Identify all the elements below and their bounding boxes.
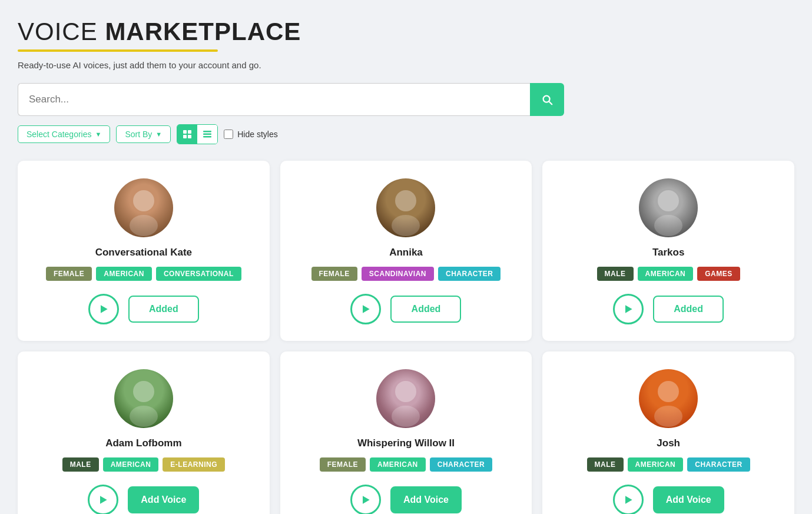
tag-games: GAMES: [697, 267, 740, 281]
voice-tags: FEMALESCANDINAVIANCHARACTER: [311, 267, 501, 281]
tag-female: FEMALE: [311, 267, 357, 281]
svg-rect-6: [203, 136, 211, 138]
play-button[interactable]: [350, 294, 381, 324]
svg-point-16: [133, 381, 154, 402]
svg-rect-1: [188, 130, 191, 134]
avatar: [639, 178, 698, 237]
card-actions: Add Voice: [88, 485, 199, 514]
svg-marker-21: [363, 496, 370, 503]
grid-icon: [183, 130, 192, 139]
card-actions: Added: [88, 294, 199, 324]
page-title: VOICE MARKETPLACE: [18, 18, 794, 46]
voice-name: Tarkos: [652, 247, 685, 258]
svg-point-23: [654, 406, 682, 427]
tag-male: MALE: [587, 457, 624, 472]
voice-tags: MALEAMERICANE-LEARNING: [62, 457, 225, 472]
tag-american: AMERICAN: [370, 457, 426, 472]
voice-card: AnnikaFEMALESCANDINAVIANCHARACTERAdded: [280, 161, 532, 341]
avatar: [114, 178, 173, 237]
play-icon: [97, 494, 109, 506]
avatar: [376, 178, 435, 237]
sort-dropdown[interactable]: Sort By ▼: [116, 125, 171, 143]
svg-marker-18: [100, 496, 107, 503]
svg-point-13: [658, 190, 679, 211]
play-button[interactable]: [350, 485, 381, 514]
tag-character: CHARACTER: [430, 457, 493, 472]
title-bold: MARKETPLACE: [105, 18, 301, 45]
svg-marker-15: [625, 305, 632, 313]
voice-tags: MALEAMERICANCHARACTER: [587, 457, 750, 472]
card-actions: Added: [350, 294, 461, 324]
voice-tags: FEMALEAMERICANCONVERSATIONAL: [46, 267, 241, 281]
card-actions: Added: [613, 294, 724, 324]
svg-rect-0: [183, 130, 187, 134]
tag-american: AMERICAN: [96, 267, 152, 281]
voice-name: Whispering Willow II: [357, 437, 455, 449]
play-button[interactable]: [613, 294, 644, 324]
tag-character: CHARACTER: [438, 267, 501, 281]
search-icon: [541, 93, 554, 106]
search-input[interactable]: [18, 83, 530, 116]
title-normal: VOICE: [18, 18, 105, 45]
tag-conversational: CONVERSATIONAL: [156, 267, 241, 281]
search-button[interactable]: [530, 83, 564, 116]
view-toggle: [177, 124, 218, 144]
voice-card: TarkosMALEAMERICANGAMESAdded: [542, 161, 794, 341]
voice-name: Josh: [657, 437, 680, 449]
play-icon: [360, 494, 372, 506]
tag-american: AMERICAN: [638, 267, 694, 281]
chevron-down-icon: ▼: [155, 131, 162, 138]
list-icon: [203, 130, 212, 139]
list-view-button[interactable]: [197, 125, 217, 144]
hide-styles-checkbox[interactable]: [224, 130, 233, 139]
tag-female: FEMALE: [46, 267, 92, 281]
card-actions: Add Voice: [350, 485, 462, 514]
play-icon: [360, 303, 372, 315]
tag-male: MALE: [62, 457, 99, 472]
voice-card: Conversational KateFEMALEAMERICANCONVERS…: [18, 161, 270, 341]
tag-elearning: E-LEARNING: [163, 457, 225, 472]
card-actions: Add Voice: [613, 485, 724, 514]
svg-point-19: [395, 381, 416, 402]
tag-american: AMERICAN: [628, 457, 684, 472]
add-voice-button[interactable]: Add Voice: [653, 486, 724, 513]
voice-card: Adam LofbommMALEAMERICANE-LEARNINGAdd Vo…: [18, 351, 270, 514]
play-button[interactable]: [88, 485, 118, 514]
svg-rect-4: [203, 131, 211, 132]
play-icon: [98, 303, 110, 315]
play-button[interactable]: [88, 294, 119, 324]
svg-rect-3: [188, 135, 191, 138]
svg-point-8: [130, 215, 158, 236]
tag-american: AMERICAN: [103, 457, 159, 472]
avatar: [376, 369, 435, 428]
svg-marker-24: [625, 496, 632, 503]
tag-scandinavian: SCANDINAVIAN: [362, 267, 434, 281]
voice-name: Annika: [389, 247, 423, 258]
title-underline: [18, 49, 218, 52]
avatar: [639, 369, 698, 428]
categories-dropdown[interactable]: Select Categories ▼: [18, 125, 110, 143]
svg-marker-9: [101, 305, 108, 313]
svg-rect-5: [203, 134, 211, 135]
svg-point-11: [392, 215, 420, 236]
voice-name: Adam Lofbomm: [105, 437, 181, 449]
svg-rect-2: [183, 135, 187, 138]
svg-point-17: [130, 406, 158, 427]
svg-point-22: [658, 381, 679, 402]
voices-grid: Conversational KateFEMALEAMERICANCONVERS…: [18, 161, 794, 514]
grid-view-button[interactable]: [177, 125, 197, 144]
added-button[interactable]: Added: [653, 296, 724, 323]
tag-male: MALE: [597, 267, 634, 281]
svg-point-14: [654, 215, 682, 236]
avatar: [114, 369, 173, 428]
add-voice-button[interactable]: Add Voice: [390, 486, 462, 513]
svg-point-7: [133, 190, 154, 211]
added-button[interactable]: Added: [128, 296, 199, 323]
chevron-down-icon: ▼: [95, 131, 102, 138]
add-voice-button[interactable]: Add Voice: [128, 486, 199, 513]
hide-styles-label[interactable]: Hide styles: [224, 130, 277, 139]
voice-name: Conversational Kate: [95, 247, 192, 258]
play-icon: [622, 494, 634, 506]
added-button[interactable]: Added: [390, 296, 461, 323]
play-button[interactable]: [613, 485, 644, 514]
